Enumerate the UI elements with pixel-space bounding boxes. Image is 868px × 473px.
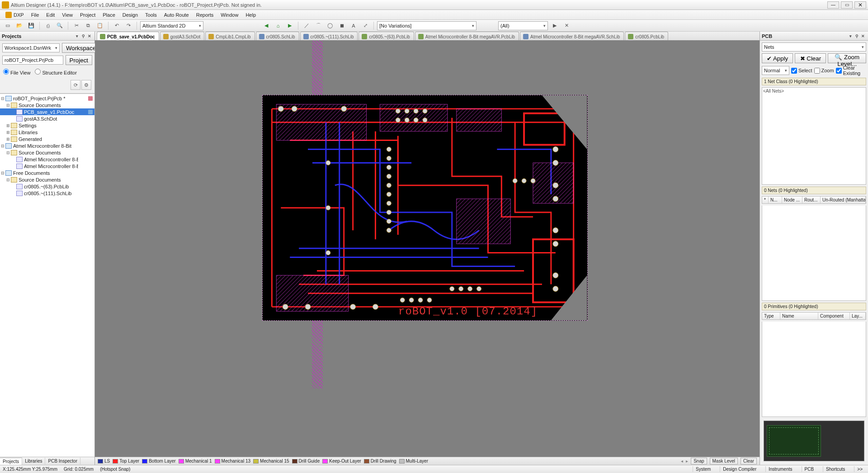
layer-tab[interactable]: Mechanical 13 [215,459,250,464]
workspace-combo[interactable]: Workspace1.DsnWrk [2,43,60,52]
tree-generated[interactable]: Generated [19,136,42,142]
variations-combo[interactable]: [No Variations] [377,21,476,30]
board-thumbnail[interactable] [764,421,864,461]
projects-refresh-button[interactable]: ⟳ [71,80,80,90]
close-button[interactable]: ✕ [854,1,866,9]
tool-via-button[interactable]: ◯ [325,21,335,31]
doc-tab[interactable]: Atmel Microcontroller 8-Bit megaAVR.SchL… [520,32,624,40]
status-pcb[interactable]: PCB [802,466,817,472]
nets-grid[interactable] [762,206,866,301]
paste-button[interactable]: 📋 [95,21,105,31]
tool-line-button[interactable]: ／ [302,21,311,31]
tool-text-button[interactable]: A [349,21,359,31]
doc-tab[interactable]: CmpLib1.CmpLib [205,32,255,40]
primitives-grid[interactable] [762,322,866,417]
nav-fwd-button[interactable]: ▶ [285,21,295,31]
pcb-panel-close-icon[interactable]: ✕ [860,33,866,39]
panel-close-icon[interactable]: ✕ [86,33,93,39]
select-checkbox[interactable]: Select [791,68,812,74]
nav-back-button[interactable]: ◀ [261,21,271,31]
layer-tab[interactable]: Top Layer [113,459,139,464]
tree-atmel-src[interactable]: Source Documents [19,150,61,155]
layer-tab[interactable]: Mechanical 15 [253,459,289,464]
layer-tab[interactable]: Multi-Layer [399,459,428,464]
status-shortcuts[interactable]: Shortcuts [823,466,848,472]
menu-tools[interactable]: Tools [142,11,160,19]
nav-home-button[interactable]: ⌂ [273,21,283,31]
doc-tab[interactable]: PCB_save_v1.PcbDoc [97,32,159,40]
project-button[interactable]: Project [66,55,92,65]
tab-projects[interactable]: Projects [0,458,22,465]
menu-window[interactable]: Window [217,11,242,19]
maximize-button[interactable]: ▭ [841,1,853,9]
pcb-canvas[interactable]: roBOT_v1.0 [07.2014] [95,41,760,457]
mask-level-button[interactable]: Mask Level [710,458,738,464]
tree-atmel-doc2[interactable]: Atmel Microcontroller 8-Bit [24,164,78,169]
pcb-panel-dropdown-icon[interactable]: ▾ [847,33,854,39]
menu-reports[interactable]: Reports [193,11,217,19]
netclear-button[interactable]: ✖ Clear [795,53,826,63]
preview-button[interactable]: 🔍 [55,21,65,31]
menu-view[interactable]: View [58,11,76,19]
layer-tab[interactable]: Keep-Out Layer [322,459,361,464]
workspace-button[interactable]: Workspace [62,43,100,53]
tree-free-pcblib[interactable]: cr0805.~(63).PcbLib [24,184,69,189]
tab-pcb-inspector[interactable]: PCB Inspector [45,458,80,464]
status-more[interactable]: >> [854,466,865,472]
filter-combo[interactable]: (All) [498,21,548,30]
zoom-checkbox[interactable]: Zoom [814,68,834,74]
dxp-menu[interactable]: DXP [3,11,27,19]
layertab-scroll-left[interactable]: ◂ [681,459,683,464]
doc-tab[interactable]: Atmel Microcontroller 8-Bit megaAVR.PcbL… [415,32,519,40]
clear-existing-checkbox[interactable]: Clear Existing [836,65,866,76]
tree-settings[interactable]: Settings [19,123,37,128]
tree-atmel-proj[interactable]: Atmel Microcontroller 8-Bit megaAVR [13,143,72,149]
save-button[interactable]: 💾 [26,21,36,31]
status-design-compiler[interactable]: Design Compiler [720,466,759,472]
tool-pad-button[interactable]: ◼ [337,21,347,31]
print-button[interactable]: ⎙ [43,21,53,31]
menu-design[interactable]: Design [119,11,142,19]
tree-libraries[interactable]: Libraries [19,130,38,135]
file-view-radio[interactable]: File View [3,69,30,75]
pcb-panel-pin-icon[interactable]: ⚲ [854,33,860,39]
doc-tab[interactable]: cr0805.~(111).SchLib [300,32,358,40]
filter-clear-button[interactable]: ✕ [561,21,571,31]
structure-editor-radio[interactable]: Structure Editor [35,69,76,75]
undo-button[interactable]: ↶ [112,21,122,31]
project-tree[interactable]: ⊟roBOT_Project.PrjPcb * ⊟Source Document… [0,94,94,457]
highlight-mode-combo[interactable]: Normal [762,66,789,75]
doc-tab[interactable]: cr0805.SchLib [256,32,299,40]
clear-button[interactable]: Clear [741,458,757,464]
menu-help[interactable]: Help [242,11,259,19]
tab-libraries[interactable]: Libraries [22,458,45,464]
layer-tab[interactable]: Drill Guide [292,459,320,464]
menu-place[interactable]: Place [99,11,119,19]
layer-set-button[interactable]: LS [98,459,110,464]
pcb-mode-combo[interactable]: Nets [762,42,866,52]
menu-auto-route[interactable]: Auto Route [160,11,193,19]
projects-options-button[interactable]: ⚙ [81,80,91,90]
layer-tab[interactable]: Mechanical 1 [179,459,212,464]
panel-pin-icon[interactable]: ⚲ [80,33,86,39]
tree-pcbdoc[interactable]: PCB_save_v1.PcbDoc [24,109,74,115]
copy-button[interactable]: ⧉ [83,21,93,31]
layertab-scroll-right[interactable]: ▸ [686,459,688,464]
redo-button[interactable]: ↷ [123,21,133,31]
new-button[interactable]: ▭ [3,21,13,31]
open-button[interactable]: 📂 [14,21,24,31]
apply-button[interactable]: ✔ Apply [762,53,793,63]
tree-atmel-doc1[interactable]: Atmel Microcontroller 8-Bit [24,157,78,162]
doc-tab[interactable]: cr0805.~(63).PcbLib [359,32,414,40]
layer-tab[interactable]: Drill Drawing [364,459,396,464]
netclass-list[interactable]: <All Nets> [762,87,866,185]
tool-arc-button[interactable]: ⌒ [313,21,323,31]
minimize-button[interactable]: — [827,1,839,9]
status-instruments[interactable]: Instruments [765,466,795,472]
menu-edit[interactable]: Edit [42,11,58,19]
menu-project[interactable]: Project [76,11,99,19]
doc-tab[interactable]: cr0805.PcbLib [625,32,668,40]
doc-tab[interactable]: gostA3.SchDot [160,32,205,40]
view-mode-combo[interactable]: Altium Standard 2D [140,21,203,30]
tree-project-root[interactable]: roBOT_Project.PrjPcb * [13,96,66,101]
